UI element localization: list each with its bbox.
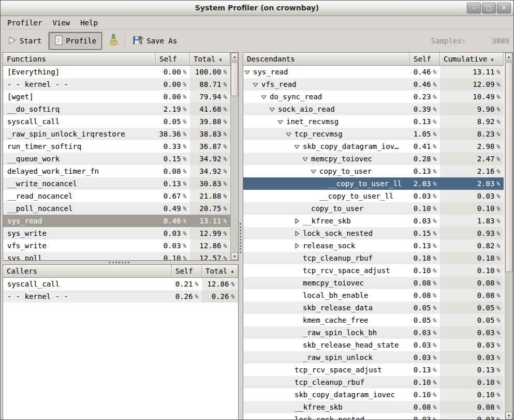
descendants-scrollbar[interactable]: ▲ ▼ — [505, 53, 512, 419]
tree-row[interactable]: _raw_spin_unlock0.03%0.03% — [243, 351, 504, 364]
tree-row[interactable]: skb_release_head_state0.03%0.03% — [243, 339, 504, 351]
tree-row[interactable]: lock_sock_nested0.03%0.03% — [243, 413, 504, 419]
table-row[interactable]: run_timer_softirq0.33%36.87% — [3, 140, 230, 153]
table-row[interactable]: __do_softirq2.19%41.68% — [3, 103, 230, 115]
expander-open-icon[interactable] — [302, 156, 311, 162]
expander-open-icon[interactable] — [277, 119, 286, 125]
maximize-button[interactable]: □ — [482, 3, 496, 13]
total-column-header[interactable]: Total▲ — [202, 265, 238, 278]
expander-open-icon[interactable] — [294, 144, 303, 149]
scrollbar-thumb[interactable] — [231, 62, 238, 96]
function-name: syscall_call — [3, 115, 156, 128]
table-row[interactable]: __write_nocancel0.13%30.83% — [3, 177, 230, 190]
table-row[interactable]: __read_nocancel0.67%21.88% — [3, 190, 230, 202]
profile-toggle-button[interactable]: Profile — [49, 32, 102, 50]
function-name: - - kernel - - — [3, 290, 172, 303]
callers-column-header[interactable]: Callers — [3, 265, 172, 278]
table-row[interactable]: vfs_write0.03%12.86% — [3, 239, 230, 252]
table-row[interactable]: sys_write0.03%12.99% — [3, 227, 230, 239]
table-row[interactable]: sys_read0.46%13.11% — [3, 215, 230, 227]
scroll-down-icon[interactable]: ▼ — [231, 252, 238, 260]
tree-row[interactable]: copy_to_user0.10%0.10% — [243, 202, 504, 215]
reset-button[interactable] — [105, 32, 122, 50]
expander-open-icon[interactable] — [269, 107, 278, 112]
table-row[interactable]: __poll_nocancel0.49%20.75% — [3, 202, 230, 215]
functions-column-header[interactable]: Functions — [3, 53, 156, 66]
tree-row[interactable]: tcp_rcv_space_adjust0.13%0.13% — [243, 364, 504, 376]
tree-row[interactable]: vfs_read0.46%12.09% — [243, 78, 504, 91]
tree-row[interactable]: tcp_cleanup_rbuf0.10%0.10% — [243, 376, 504, 388]
tree-row[interactable]: local_bh_enable0.08%0.08% — [243, 289, 504, 302]
tree-row[interactable]: inet_recvmsg0.13%8.92% — [243, 115, 504, 128]
start-button[interactable]: Start — [5, 32, 45, 50]
cumulative-column-header[interactable]: Cumulative▲ — [440, 53, 504, 66]
save-as-button[interactable]: Save As — [130, 32, 180, 50]
tree-row[interactable]: release_sock0.13%0.82% — [243, 239, 504, 252]
table-row[interactable]: sys_poll0.10%12.57% — [3, 252, 230, 260]
table-row[interactable]: [Everything]0.00%100.00% — [3, 66, 230, 78]
close-button[interactable]: ✕ — [497, 3, 511, 13]
tree-row[interactable]: sys_read0.46%13.11% — [243, 66, 504, 78]
tree-row[interactable]: tcp_rcv_space_adjust0.10%0.10% — [243, 264, 504, 277]
tree-row[interactable]: tcp_recvmsg1.05%8.23% — [243, 128, 504, 140]
table-row[interactable]: delayed_work_timer_fn0.08%34.92% — [3, 165, 230, 177]
self-percent: 2.03% — [410, 177, 440, 190]
table-row[interactable]: __queue_work0.15%34.92% — [3, 153, 230, 165]
samples-label: Samples: — [431, 37, 466, 45]
tree-row[interactable]: skb_release_data0.05%0.05% — [243, 302, 504, 314]
table-row[interactable]: - - kernel - -0.26%0.26% — [3, 290, 238, 303]
tree-row[interactable]: do_sync_read0.23%10.49% — [243, 91, 504, 103]
expander-closed-icon[interactable] — [294, 243, 303, 249]
tree-row[interactable]: skb_copy_datagram_iov…0.41%2.98% — [243, 140, 504, 153]
function-name-label: lock_sock_nested — [303, 229, 373, 237]
vertical-splitter[interactable] — [239, 52, 243, 420]
expander-closed-icon[interactable] — [294, 218, 303, 224]
tree-row[interactable]: __kfree_skb0.08%0.08% — [243, 401, 504, 413]
minimize-button[interactable]: – — [467, 3, 481, 13]
table-row[interactable]: syscall_call0.21%12.86% — [3, 278, 238, 290]
total-percent: 0.93% — [440, 227, 504, 239]
scroll-up-icon[interactable]: ▲ — [231, 53, 238, 61]
tree-row[interactable]: memcpy_toiovec0.08%0.08% — [243, 277, 504, 289]
tree-row[interactable]: sock_aio_read0.39%9.90% — [243, 103, 504, 115]
menu-help[interactable]: Help — [75, 17, 103, 28]
menu-profiler[interactable]: Profiler — [2, 17, 47, 28]
descendants-column-header[interactable]: Descendants — [243, 53, 410, 66]
expander-open-icon[interactable] — [261, 94, 270, 100]
scroll-down-icon[interactable]: ▼ — [505, 412, 512, 419]
minimize-icon: – — [473, 5, 476, 11]
table-row[interactable]: - - kernel - -0.00%88.71% — [3, 78, 230, 91]
functions-scrollbar[interactable]: ▲ ▼ — [230, 53, 238, 260]
scroll-up-icon[interactable]: ▲ — [505, 53, 512, 61]
tree-row[interactable]: __copy_to_user_ll2.03%2.03% — [243, 177, 504, 190]
expander-open-icon[interactable] — [311, 169, 319, 174]
tree-row[interactable]: lock_sock_nested0.15%0.93% — [243, 227, 504, 239]
self-column-header[interactable]: Self — [156, 53, 190, 66]
expander-closed-icon[interactable] — [294, 231, 303, 236]
tree-row[interactable]: __kfree_skb0.03%1.83% — [243, 215, 504, 227]
total-column-header[interactable]: Total▲ — [190, 53, 230, 66]
sort-ascending-icon: ▲ — [231, 268, 233, 274]
function-name-label: vfs_read — [261, 80, 296, 88]
tree-row[interactable]: memcpy_toiovec0.28%2.47% — [243, 153, 504, 165]
tree-row[interactable]: skb_copy_datagram_iovec0.10%0.10% — [243, 388, 504, 401]
expander-open-icon[interactable] — [286, 131, 295, 137]
tree-row[interactable]: copy_to_user0.13%2.16% — [243, 165, 504, 177]
table-row[interactable]: [wget]0.00%79.94% — [3, 91, 230, 103]
title-bar[interactable]: System Profiler (on crownbay) – □ ✕ — [1, 1, 513, 16]
table-row[interactable]: _raw_spin_unlock_irqrestore38.36%38.83% — [3, 128, 230, 140]
horizontal-splitter[interactable] — [3, 261, 239, 264]
expander-open-icon[interactable] — [244, 69, 253, 75]
function-name-label: lock_sock_nested — [295, 415, 364, 419]
tree-row[interactable]: __copy_to_user_ll0.03%0.03% — [243, 190, 504, 202]
total-percent: 12.86% — [202, 278, 238, 290]
self-column-header[interactable]: Self — [172, 265, 202, 278]
tree-row[interactable]: kmem_cache_free0.05%0.05% — [243, 314, 504, 326]
menu-view[interactable]: View — [47, 17, 75, 28]
expander-open-icon[interactable] — [253, 82, 261, 87]
tree-row[interactable]: _raw_spin_lock_bh0.03%0.03% — [243, 326, 504, 339]
self-column-header[interactable]: Self — [410, 53, 440, 66]
scrollbar-thumb[interactable] — [505, 62, 512, 272]
tree-row[interactable]: tcp_cleanup_rbuf0.18%0.18% — [243, 252, 504, 264]
table-row[interactable]: syscall_call0.05%39.88% — [3, 115, 230, 128]
